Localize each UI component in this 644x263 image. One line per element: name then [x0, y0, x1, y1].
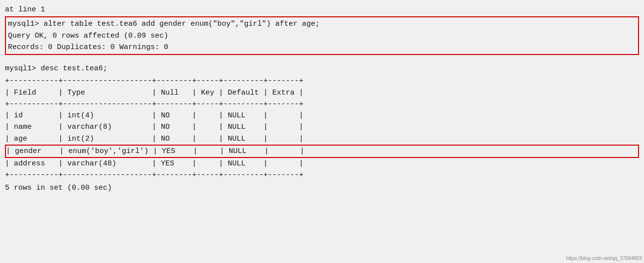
table-container: +-----------+--------------------+------…	[5, 75, 639, 181]
at-line-text: at line 1	[5, 4, 639, 15]
footer-text: 5 rows in set (0.00 sec)	[5, 184, 112, 192]
row-gender-highlighted: | gender | enum('boy','girl') | YES | | …	[5, 145, 639, 158]
footer-line: 5 rows in set (0.00 sec)	[5, 182, 639, 194]
alter-command-line: mysql1> alter table test.tea6 add gender…	[8, 18, 636, 30]
row-age: | age | int(2) | NO | | NULL | |	[5, 133, 639, 145]
row-address: | address | varchar(48) | YES | | NULL |…	[5, 158, 639, 169]
desc-command-line: mysql1> desc test.tea6;	[5, 63, 639, 74]
query-ok-line: Query OK, 0 rows affected (0.09 sec)	[8, 30, 636, 42]
table-top-separator: +-----------+--------------------+------…	[5, 75, 639, 87]
terminal-area: at line 1 mysql1> alter table test.tea6 …	[5, 4, 639, 194]
spacer	[5, 56, 639, 63]
table-header-row: | Field | Type | Null | Key | Default | …	[5, 87, 639, 99]
row-name: | name | varchar(8) | NO | | NULL | |	[5, 121, 639, 133]
table-bottom-separator: +-----------+--------------------+------…	[5, 169, 639, 181]
table-header-separator: +-----------+--------------------+------…	[5, 99, 639, 110]
watermark: https://blog.csdn.net/qq_37684859	[566, 256, 642, 261]
desc-command-text: mysql1> desc test.tea6;	[5, 64, 107, 73]
alter-table-block: mysql1> alter table test.tea6 add gender…	[5, 16, 639, 55]
row-id: | id | int(4) | NO | | NULL | |	[5, 110, 639, 121]
records-line: Records: 0 Duplicates: 0 Warnings: 0	[8, 42, 636, 53]
at-line-content: at line 1	[5, 5, 45, 14]
